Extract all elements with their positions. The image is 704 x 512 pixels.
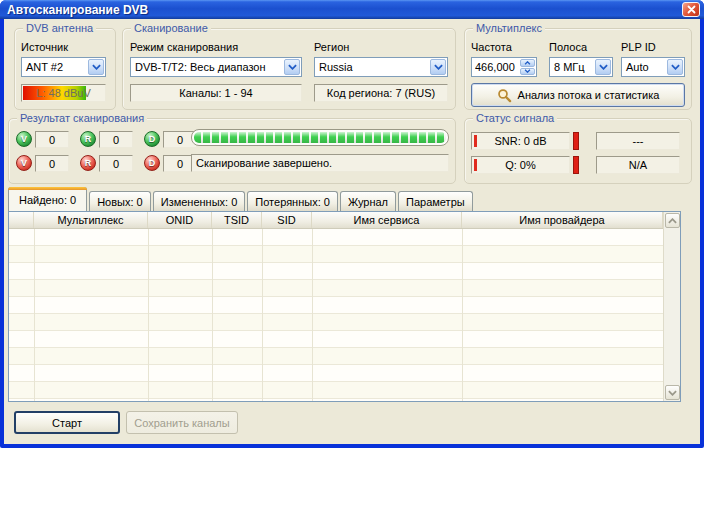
column-header-provider-name[interactable]: Имя провайдера <box>462 212 663 228</box>
region-code-field: Код региона: 7 (RUS) <box>314 84 448 102</box>
indicator-video-red-count: 0 <box>35 155 69 172</box>
save-channels-button: Сохранить каналы <box>126 411 238 434</box>
indicator-video-green-icon: V <box>16 131 32 147</box>
column-header-service-name[interactable]: Имя сервиса <box>312 212 462 228</box>
antenna-source-value: ANT #2 <box>22 61 87 73</box>
channel-table-body[interactable] <box>9 229 663 401</box>
indicator-video-green-count: 0 <box>35 131 69 148</box>
snr-meter: SNR: 0 dB <box>471 132 570 150</box>
signal-status-group: Статус сигнала SNR: 0 dB --- Q: 0% N/A <box>464 118 692 184</box>
frequency-label: Частота <box>471 41 512 53</box>
indicator-data-red-icon: D <box>144 155 160 171</box>
results-tab-strip: Найдено: 0 Новых: 0 Измененных: 0 Потеря… <box>8 187 475 211</box>
spin-down-icon[interactable] <box>520 68 535 76</box>
scan-progress-fill <box>194 132 446 143</box>
signal-level-text: L: 48 dBuV <box>22 87 105 99</box>
region-value: Russia <box>315 61 429 73</box>
dialog-client-area: DVB антенна Источник ANT #2 L: 48 dBuV С… <box>4 19 700 444</box>
quality-meter-fill <box>474 159 477 171</box>
plp-id-value: Auto <box>622 61 666 73</box>
scan-group-title: Сканирование <box>131 21 211 36</box>
indicator-radio-red-count: 0 <box>99 155 133 172</box>
scan-mode-label: Режим сканирования <box>130 41 238 53</box>
tab-found[interactable]: Найдено: 0 <box>8 187 87 211</box>
scan-result-group-title: Результат сканирования <box>17 111 147 126</box>
start-button[interactable]: Старт <box>14 411 120 434</box>
column-header-icon[interactable] <box>9 212 34 228</box>
table-grid-line <box>262 229 263 401</box>
scroll-down-icon[interactable] <box>665 385 680 400</box>
signal-level-meter: L: 48 dBuV <box>21 84 106 102</box>
indicator-radio-red-icon: R <box>80 155 96 171</box>
analyze-stream-button[interactable]: Анализ потока и статистика <box>471 83 685 107</box>
indicator-radio-green-count: 0 <box>99 131 133 148</box>
antenna-source-select[interactable]: ANT #2 <box>21 57 106 77</box>
table-grid-line <box>148 229 149 401</box>
chevron-down-icon[interactable] <box>667 59 683 75</box>
scroll-up-icon[interactable] <box>665 213 680 228</box>
magnifier-icon <box>497 88 512 103</box>
column-header-tsid[interactable]: TSID <box>212 212 262 228</box>
multiplex-group-title: Мультиплекс <box>473 21 545 36</box>
multiplex-group: Мультиплекс Частота Полоса 8 МГц <box>464 28 692 110</box>
frequency-input[interactable] <box>472 58 519 76</box>
column-header-multiplex[interactable]: Мультиплекс <box>34 212 148 228</box>
quality-text: Q: 0% <box>505 159 536 171</box>
column-header-onid[interactable]: ONID <box>148 212 212 228</box>
bandwidth-label: Полоса <box>549 41 587 53</box>
indicator-data-green-icon: D <box>144 131 160 147</box>
indicator-video-red-icon: V <box>16 155 32 171</box>
tab-lost[interactable]: Потерянных: 0 <box>247 191 338 211</box>
signal-status-group-title: Статус сигнала <box>473 111 557 126</box>
antenna-group: DVB антенна Источник ANT #2 L: 48 dBuV <box>14 28 116 110</box>
close-button[interactable] <box>682 2 700 17</box>
tab-log[interactable]: Журнал <box>340 191 396 211</box>
scan-mode-select[interactable]: DVB-T/T2: Весь диапазон <box>130 57 302 77</box>
bandwidth-select[interactable]: 8 МГц <box>549 57 613 77</box>
analyze-stream-label: Анализ потока и статистика <box>518 89 660 101</box>
window-title: Автосканирование DVB <box>7 3 682 17</box>
quality-marker <box>573 156 579 174</box>
chevron-down-icon[interactable] <box>284 59 300 75</box>
scan-status-field: Сканирование завершено. <box>191 154 449 172</box>
snr-text: SNR: 0 dB <box>495 135 547 147</box>
plp-id-select[interactable]: Auto <box>621 57 685 77</box>
titlebar[interactable]: Автосканирование DVB <box>0 0 704 19</box>
indicator-radio-green-icon: R <box>80 131 96 147</box>
column-header-sid[interactable]: SID <box>262 212 312 228</box>
frequency-spinner[interactable] <box>471 57 537 77</box>
tab-changed[interactable]: Измененных: 0 <box>153 191 246 211</box>
antenna-group-title: DVB антенна <box>23 21 96 36</box>
spin-up-icon[interactable] <box>520 59 535 67</box>
scan-progress-bar <box>191 129 449 146</box>
snr-extra-field: --- <box>596 132 680 150</box>
close-icon <box>687 5 696 14</box>
autoscan-dvb-window: Автосканирование DVB DVB антенна Источни… <box>0 0 704 448</box>
table-grid-line <box>212 229 213 401</box>
region-select[interactable]: Russia <box>314 57 448 77</box>
channel-table: Мультиплекс ONID TSID SID Имя сервиса Им… <box>8 211 681 402</box>
chevron-down-icon[interactable] <box>430 59 446 75</box>
bandwidth-value: 8 МГц <box>550 61 594 73</box>
table-grid-line <box>462 229 463 401</box>
channels-range-field: Каналы: 1 - 94 <box>130 84 302 102</box>
region-label: Регион <box>314 41 349 53</box>
vertical-scrollbar[interactable] <box>663 212 680 401</box>
table-grid-line <box>312 229 313 401</box>
scan-mode-value: DVB-T/T2: Весь диапазон <box>131 61 283 73</box>
snr-meter-fill <box>474 135 477 147</box>
desktop: Автосканирование DVB DVB антенна Источни… <box>0 0 704 512</box>
plp-id-label: PLP ID <box>621 41 656 53</box>
chevron-down-icon[interactable] <box>595 59 611 75</box>
table-grid-line <box>34 229 35 401</box>
quality-extra-field: N/A <box>596 156 680 174</box>
scan-group: Сканирование Режим сканирования DVB-T/T2… <box>122 28 456 110</box>
quality-meter: Q: 0% <box>471 156 570 174</box>
source-label: Источник <box>21 41 68 53</box>
tab-new[interactable]: Новых: 0 <box>89 191 151 211</box>
scan-result-group: Результат сканирования V 0 R 0 D 0 V 0 R… <box>8 118 456 184</box>
channel-table-header: Мультиплекс ONID TSID SID Имя сервиса Им… <box>9 212 663 229</box>
chevron-down-icon[interactable] <box>88 59 104 75</box>
snr-marker <box>573 132 579 150</box>
tab-parameters[interactable]: Параметры <box>398 191 473 211</box>
